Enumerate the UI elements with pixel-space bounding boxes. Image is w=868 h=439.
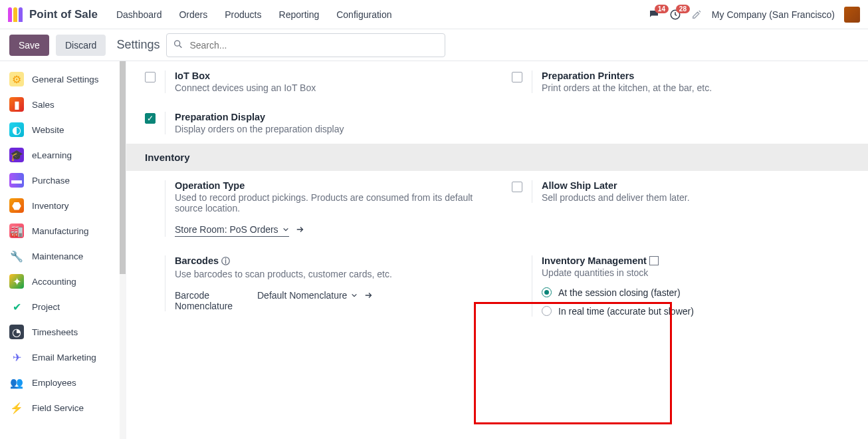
sidebar-item-accounting[interactable]: ✦Accounting <box>0 269 126 294</box>
barcode-arrow-link[interactable] <box>364 291 374 302</box>
sidebar-item-timesheets[interactable]: ◔Timesheets <box>0 319 126 345</box>
setting-operation-type: Operation Type Used to record product pi… <box>145 180 483 237</box>
main-panel: IoT Box Connect devices using an IoT Box… <box>126 61 868 439</box>
sidebar-item-label: Email Marketing <box>32 353 96 363</box>
sidebar-item-label: eLearning <box>32 150 72 160</box>
op-type-dropdown[interactable]: Store Room: PoS Orders <box>175 224 289 237</box>
sidebar-item-label: Manufacturing <box>32 226 89 236</box>
ship-later-checkbox[interactable] <box>512 182 522 192</box>
topbar: Point of Sale Dashboard Orders Products … <box>0 0 868 29</box>
prep-display-checkbox[interactable] <box>145 113 156 124</box>
toolbar: Save Discard Settings <box>0 29 868 61</box>
enterprise-icon <box>649 256 659 265</box>
messages-button[interactable]: 14 <box>648 9 660 21</box>
printers-title: Preparation Printers <box>542 71 849 81</box>
arrow-right-icon <box>296 225 305 234</box>
sidebar-item-label: Project <box>32 302 60 312</box>
discard-button[interactable]: Discard <box>56 35 106 56</box>
printers-desc: Print orders at the kitchen, at the bar,… <box>542 82 849 93</box>
info-icon[interactable] <box>219 255 230 266</box>
inv-mgmt-opt2: In real time (accurate but slower) <box>558 306 694 317</box>
op-type-desc: Used to record product pickings. Product… <box>175 192 483 214</box>
sidebar-item-employees[interactable]: 👥Employees <box>0 370 126 395</box>
sidebar-item-label: Employees <box>32 378 76 388</box>
ship-later-desc: Sell products and deliver them later. <box>542 192 849 203</box>
nav-reporting[interactable]: Reporting <box>274 9 325 20</box>
search-input[interactable] <box>166 33 445 57</box>
chevron-down-icon <box>282 226 289 233</box>
sidebar-item-label: Inventory <box>32 201 69 211</box>
save-button[interactable]: Save <box>9 35 49 56</box>
op-type-value: Store Room: PoS Orders <box>175 224 278 235</box>
sidebar-item-label: Accounting <box>32 277 76 287</box>
sidebar-item-sales[interactable]: ▮Sales <box>0 92 126 117</box>
svg-point-1 <box>175 41 180 46</box>
elearning-icon: 🎓 <box>9 148 24 162</box>
sidebar-item-field-service[interactable]: ⚡Field Service <box>0 395 126 420</box>
manufacturing-icon: 🏭 <box>9 223 24 238</box>
inv-mgmt-opt1: At the session closing (faster) <box>558 287 681 298</box>
setting-prep-display: Preparation Display Display orders on th… <box>145 112 483 134</box>
sidebar-item-website[interactable]: ◐Website <box>0 117 126 142</box>
activities-badge: 28 <box>676 5 690 13</box>
scrollbar[interactable] <box>120 61 126 439</box>
breadcrumb: Settings <box>116 38 160 52</box>
iot-title: IoT Box <box>175 71 483 81</box>
arrow-right-icon <box>364 291 374 300</box>
sidebar-item-email-marketing[interactable]: ✈Email Marketing <box>0 345 126 370</box>
setting-iot-box: IoT Box Connect devices using an IoT Box <box>145 71 483 93</box>
barcode-value: Default Nomenclature <box>257 290 347 301</box>
search-input-wrap <box>166 33 445 57</box>
barcodes-title: Barcodes <box>175 255 483 267</box>
sidebar-item-general-settings[interactable]: ⚙General Settings <box>0 67 126 92</box>
sidebar-item-project[interactable]: ✔Project <box>0 294 126 319</box>
sidebar-item-manufacturing[interactable]: 🏭Manufacturing <box>0 218 126 243</box>
project-icon: ✔ <box>9 299 24 314</box>
nav-configuration[interactable]: Configuration <box>331 9 397 20</box>
sidebar-item-elearning[interactable]: 🎓eLearning <box>0 142 126 168</box>
company-switcher[interactable]: My Company (San Francisco) <box>712 9 835 20</box>
nav-dashboard[interactable]: Dashboard <box>111 9 167 20</box>
sidebar-item-label: General Settings <box>32 74 99 84</box>
barcode-field-label: Barcode Nomenclature <box>175 290 241 311</box>
sidebar-item-inventory[interactable]: ⬣Inventory <box>0 193 126 218</box>
timesheets-icon: ◔ <box>9 325 24 339</box>
setting-printers: Preparation Printers Print orders at the… <box>512 71 849 93</box>
setting-ship-later: Allow Ship Later Sell products and deliv… <box>512 180 849 203</box>
nav-orders[interactable]: Orders <box>173 9 213 20</box>
prep-display-title: Preparation Display <box>175 112 483 122</box>
iot-desc: Connect devices using an IoT Box <box>175 82 483 93</box>
sidebar-item-purchase[interactable]: ▬Purchase <box>0 168 126 193</box>
setting-inventory-management: Inventory Management Update quantities i… <box>512 255 849 317</box>
op-type-arrow-link[interactable] <box>296 225 305 236</box>
prep-display-desc: Display orders on the preparation displa… <box>175 124 483 134</box>
ship-later-title: Allow Ship Later <box>542 180 849 191</box>
sidebar-item-maintenance[interactable]: 🔧Maintenance <box>0 243 126 269</box>
sidebar-item-label: Website <box>32 125 64 135</box>
avatar[interactable] <box>844 7 860 23</box>
app-title: Point of Sale <box>29 8 98 21</box>
op-type-title: Operation Type <box>175 180 483 191</box>
search-icon <box>173 39 183 51</box>
website-icon: ◐ <box>9 122 24 137</box>
nav-products[interactable]: Products <box>219 9 267 20</box>
activities-button[interactable]: 28 <box>669 9 681 21</box>
iot-checkbox[interactable] <box>145 72 156 82</box>
inv-mgmt-radio-session[interactable] <box>542 287 552 297</box>
setting-barcodes: Barcodes Use barcodes to scan products, … <box>145 255 483 311</box>
accounting-icon: ✦ <box>9 274 24 289</box>
inv-mgmt-title: Inventory Management <box>542 255 705 266</box>
sales-icon: ▮ <box>9 97 24 112</box>
inv-mgmt-radio-realtime[interactable] <box>542 306 552 316</box>
messages-badge: 14 <box>655 5 669 13</box>
employees-icon: 👥 <box>9 375 24 390</box>
email-marketing-icon: ✈ <box>9 350 24 365</box>
app-icon[interactable] <box>8 7 23 22</box>
sidebar: ⚙General Settings▮Sales◐Website🎓eLearnin… <box>0 61 126 439</box>
chevron-down-icon <box>351 292 358 299</box>
printers-checkbox[interactable] <box>512 72 522 82</box>
barcode-dropdown[interactable]: Default Nomenclature <box>257 290 358 302</box>
tools-icon[interactable] <box>691 9 703 21</box>
maintenance-icon: 🔧 <box>9 249 24 263</box>
sidebar-item-label: Timesheets <box>32 327 78 337</box>
